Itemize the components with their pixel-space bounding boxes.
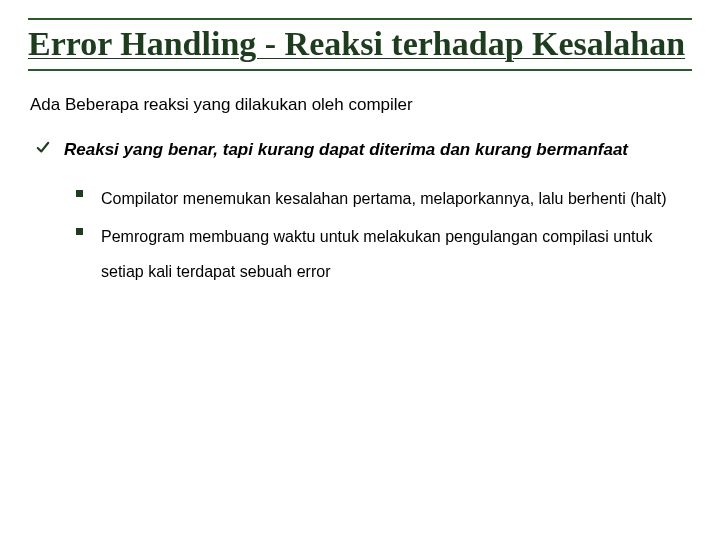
list-item: Pemrogram membuang waktu untuk melakukan… — [76, 219, 692, 289]
bullet-icon — [76, 228, 83, 235]
checkmark-icon — [36, 141, 50, 155]
bullet-text: Pemrogram membuang waktu untuk melakukan… — [101, 219, 692, 289]
intro-text: Ada Beberapa reaksi yang dilakukan oleh … — [30, 93, 692, 117]
subhead-row: Reaksi yang benar, tapi kurang dapat dit… — [36, 135, 692, 166]
list-item: Compilator menemukan kesalahan pertama, … — [76, 181, 692, 216]
bullet-text: Compilator menemukan kesalahan pertama, … — [101, 181, 667, 216]
subhead-text: Reaksi yang benar, tapi kurang dapat dit… — [64, 135, 628, 166]
slide-title: Error Handling - Reaksi terhadap Kesalah… — [28, 24, 692, 63]
title-block: Error Handling - Reaksi terhadap Kesalah… — [28, 18, 692, 71]
bullet-icon — [76, 190, 83, 197]
